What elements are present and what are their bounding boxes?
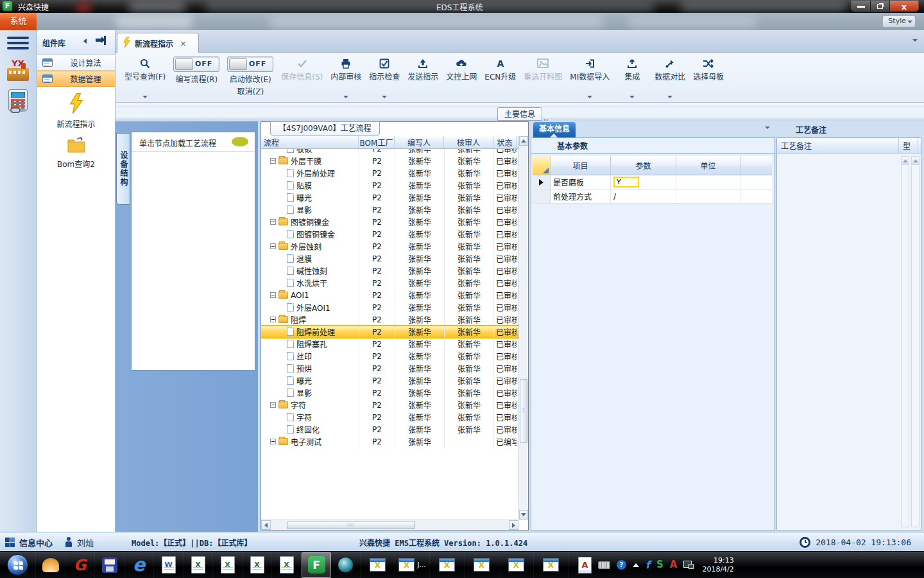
- params-value-cell[interactable]: /: [611, 189, 676, 203]
- user-status[interactable]: 刘灿: [64, 532, 94, 552]
- toolbar-start-modify-button[interactable]: OFF启动修改(E)取消(Z): [223, 53, 277, 96]
- sidebar-group-item[interactable]: 设计算法: [37, 55, 115, 71]
- toolbar-integrate-button[interactable]: 集成: [613, 53, 651, 82]
- toolbar-ecn-upgrade-button[interactable]: AECN升级: [481, 53, 520, 82]
- tree-column-header[interactable]: 核审人: [444, 136, 493, 148]
- taskbar-floppy-icon[interactable]: [95, 552, 124, 578]
- tree-column-header[interactable]: BOM工厂: [359, 136, 395, 148]
- tree-row-doc[interactable]: 阻焊塞孔P2张新华张新华已审核: [261, 338, 518, 350]
- taskbar-window-button[interactable]: XJ...: [395, 552, 430, 578]
- info-center-button[interactable]: 信息中心: [5, 532, 53, 552]
- tab-basic-params[interactable]: 基本参数: [547, 139, 598, 153]
- params-column-header[interactable]: 参数: [611, 156, 676, 175]
- taskbar-media-player-icon[interactable]: [331, 552, 361, 578]
- taskbar-excel-doc-icon[interactable]: X: [184, 552, 213, 578]
- toolbar-doc-upload-button[interactable]: 文控上网: [442, 53, 481, 82]
- dock-arrow-icon[interactable]: [96, 36, 106, 45]
- tray-network-icon[interactable]: [683, 561, 694, 569]
- tab-device-structure[interactable]: 设备结构: [116, 133, 130, 205]
- yx-factory-icon[interactable]: YX: [4, 60, 32, 81]
- tree-row-folder[interactable]: 外层干膜P2张新华张新华已审核: [261, 155, 518, 167]
- tree-row-folder[interactable]: 外层蚀刻P2张新华张新华已审核: [261, 240, 518, 252]
- taskbar-shell-icon[interactable]: [36, 552, 65, 578]
- notes-column-header[interactable]: 型: [899, 138, 918, 153]
- taskbar-start-icon[interactable]: [0, 552, 36, 578]
- tree-row-doc[interactable]: 碱性蚀刻P2张新华张新华已审核: [261, 265, 518, 277]
- sidebar-tool-folder-query-icon[interactable]: Bom查询2: [37, 137, 115, 169]
- tree-row-doc[interactable]: 字符P2张新华张新华已审核: [261, 411, 518, 423]
- scrollbar-thumb[interactable]: [287, 521, 415, 529]
- tree-collapse-icon[interactable]: [270, 402, 276, 408]
- tab-close-icon[interactable]: ×: [180, 39, 187, 48]
- tree-row-folder[interactable]: 图镀铜镍金P2张新华张新华已审核: [261, 216, 518, 228]
- params-value-input[interactable]: Y: [613, 177, 639, 188]
- notes-column-header[interactable]: 工艺备注: [777, 138, 899, 153]
- tree-row-folder[interactable]: 字符P2张新华张新华已审核: [261, 399, 518, 411]
- taskbar-window-button[interactable]: X: [361, 552, 395, 578]
- taskbar-excel-doc-icon[interactable]: X: [213, 552, 243, 578]
- dropdown-caret-icon[interactable]: [629, 96, 635, 98]
- hamburger-menu-icon[interactable]: [7, 37, 29, 52]
- params-column-header[interactable]: 单位: [676, 156, 740, 175]
- tray-red-a-icon[interactable]: A: [670, 560, 678, 570]
- tree-row-doc[interactable]: 曝光P2张新华张新华已审核: [261, 374, 518, 387]
- toolbar-mi-import-button[interactable]: MI数据导入: [566, 53, 613, 82]
- toggle-thumb[interactable]: [175, 58, 193, 70]
- taskbar-window-button[interactable]: X: [499, 552, 534, 578]
- toggle-thumb[interactable]: [229, 58, 247, 70]
- tray-green-s-icon[interactable]: S: [656, 560, 663, 570]
- off-toggle[interactable]: OFF: [227, 57, 273, 72]
- tree-row-doc[interactable]: 丝印P2张新华张新华已审核: [261, 350, 518, 362]
- params-value-cell[interactable]: Y: [611, 175, 676, 189]
- toolbar-save-info-button[interactable]: 保存信息(S): [277, 53, 327, 82]
- tree-row-doc[interactable]: 阻焊前处理P2张新华张新华已审核: [261, 326, 518, 338]
- scroll-left-button[interactable]: [261, 520, 271, 530]
- dropdown-caret-icon[interactable]: [667, 96, 672, 98]
- tree-row-doc[interactable]: 曝光P2张新华张新华已审核: [261, 191, 518, 204]
- main-info-tab[interactable]: 主要信息: [497, 107, 542, 121]
- system-menu-tab[interactable]: 系统: [0, 13, 37, 30]
- tree-collapse-icon[interactable]: [270, 243, 276, 249]
- taskbar-clock[interactable]: 19:132018/4/2: [702, 556, 733, 574]
- restore-button[interactable]: [871, 1, 890, 12]
- tray-keyboard-icon[interactable]: [598, 561, 610, 569]
- dropdown-caret-icon[interactable]: [343, 96, 348, 98]
- tree-row-doc[interactable]: 板镀P2张新华张新华已审核: [261, 149, 518, 155]
- collapse-left-icon[interactable]: [83, 39, 87, 44]
- dropdown-caret-icon[interactable]: [142, 96, 148, 98]
- tree-vertical-scrollbar[interactable]: [518, 136, 528, 520]
- taskbar-window-button[interactable]: X: [534, 552, 569, 578]
- toolbar-send-instruction-button[interactable]: 发送指示: [404, 53, 442, 82]
- tree-row-doc[interactable]: 显影P2张新华张新华已审核: [261, 204, 518, 216]
- notes-scrollbar[interactable]: [911, 156, 920, 527]
- off-toggle[interactable]: OFF: [173, 57, 219, 72]
- taskbar-excel-doc-icon[interactable]: X: [243, 552, 272, 578]
- ribbon-collapse-icon[interactable]: [912, 39, 918, 42]
- tree-column-header[interactable]: 编写人: [395, 136, 444, 148]
- tree-row-doc[interactable]: 贴膜P2张新华张新华已审核: [261, 179, 518, 191]
- tree-row-doc[interactable]: 外层AOI1P2张新华张新华已审核: [261, 301, 518, 313]
- toolbar-reselect-cutting-button[interactable]: 重选开料图: [520, 53, 566, 82]
- taskbar-ie-icon[interactable]: e: [124, 552, 154, 578]
- dropdown-caret-icon[interactable]: [382, 96, 387, 98]
- scrollbar-thumb[interactable]: [520, 379, 527, 443]
- toolbar-data-compare-button[interactable]: 数据对比: [651, 53, 689, 82]
- scroll-right-button[interactable]: [509, 520, 518, 530]
- tree-column-header[interactable]: 流程: [261, 136, 359, 148]
- toolbar-write-flow-button[interactable]: OFF编写流程(R): [169, 53, 223, 84]
- tree-collapse-icon[interactable]: [270, 439, 276, 444]
- tree-row-doc[interactable]: 显影P2张新华张新华已审核: [261, 387, 518, 399]
- style-dropdown[interactable]: Style: [883, 16, 915, 27]
- tray-help-icon[interactable]: ?: [617, 560, 626, 570]
- sidebar-tool-lightning-icon[interactable]: 新流程指示: [37, 93, 115, 129]
- notes-scrollbar[interactable]: [901, 156, 909, 527]
- toolbar-model-query-button[interactable]: 型号查询(F): [121, 53, 169, 82]
- select-all-corner[interactable]: [533, 156, 551, 175]
- tree-row-doc[interactable]: 外层前处理P2张新华张新华已审核: [261, 167, 518, 179]
- taskbar-eds-app-icon[interactable]: F: [302, 552, 331, 578]
- taskbar-g-browser-icon[interactable]: G: [65, 552, 95, 578]
- sidebar-group-active[interactable]: 数据管理: [37, 71, 115, 87]
- scroll-down-button[interactable]: [519, 510, 528, 520]
- tree-collapse-icon[interactable]: [270, 219, 276, 225]
- taskbar-window-button[interactable]: X: [430, 552, 465, 578]
